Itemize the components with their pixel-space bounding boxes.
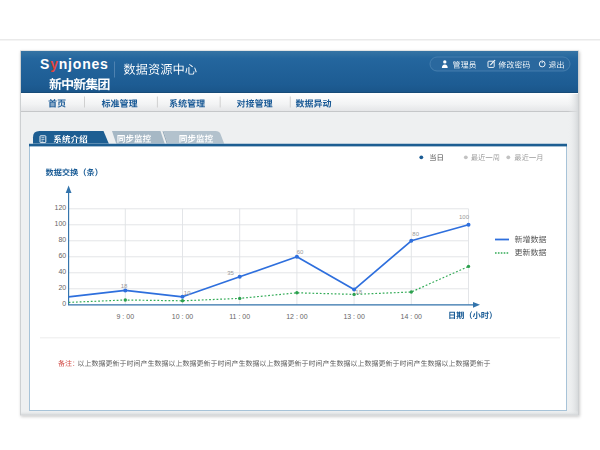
svg-text:14 : 00: 14 : 00 [401,313,423,320]
svg-text:Synjones: Synjones [40,56,109,72]
svg-text:13 : 00: 13 : 00 [343,313,365,320]
svg-text:60: 60 [297,249,304,255]
svg-text:11 : 00: 11 : 00 [229,313,250,320]
svg-text:100: 100 [459,214,470,220]
svg-text:10 : 00: 10 : 00 [172,313,194,320]
svg-text:80: 80 [58,236,66,243]
svg-text:120: 120 [55,204,67,211]
svg-text:40: 40 [58,268,66,275]
svg-text:100: 100 [55,220,67,227]
svg-text:80: 80 [412,231,419,237]
svg-text:35: 35 [227,270,234,276]
svg-text:9 : 00: 9 : 00 [117,313,135,320]
svg-text:12 : 00: 12 : 00 [286,313,308,320]
svg-text:18: 18 [121,283,128,289]
svg-text:60: 60 [58,252,66,259]
svg-text:18: 18 [355,289,362,295]
svg-text:20: 20 [58,284,66,291]
svg-text:0: 0 [62,300,66,307]
svg-text:10: 10 [184,290,191,296]
